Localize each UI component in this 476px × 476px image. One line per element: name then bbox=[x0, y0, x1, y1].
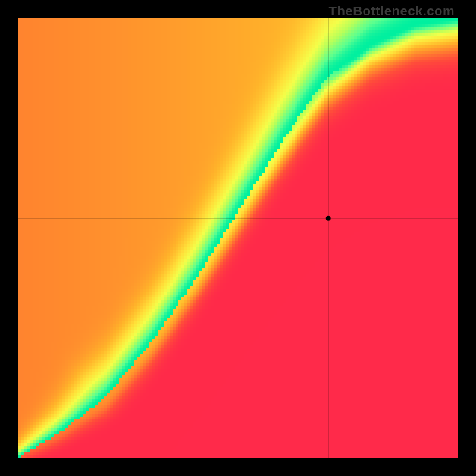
watermark-label: TheBottleneck.com bbox=[329, 4, 455, 19]
heatmap-canvas bbox=[18, 18, 458, 458]
chart-container: TheBottleneck.com bbox=[0, 0, 476, 476]
